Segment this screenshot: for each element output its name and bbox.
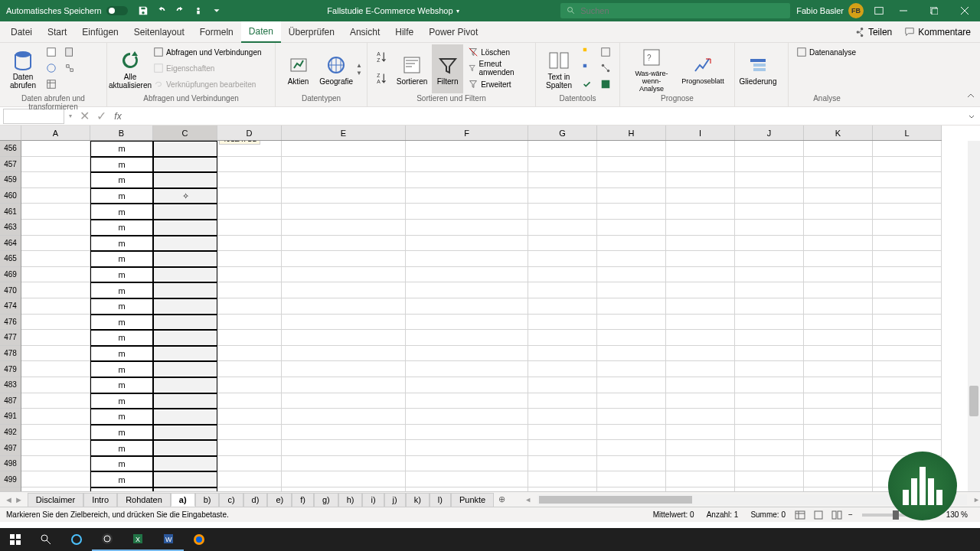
col-header-G[interactable]: G [528, 126, 597, 140]
cell[interactable] [804, 204, 873, 220]
cell[interactable] [666, 346, 735, 362]
cell[interactable] [597, 377, 666, 393]
from-table-button[interactable] [43, 77, 60, 92]
cell[interactable] [406, 172, 528, 188]
tab-start[interactable]: Start [40, 21, 74, 43]
cell[interactable] [873, 282, 942, 298]
cell[interactable] [153, 346, 217, 362]
search-taskbar-button[interactable] [31, 528, 61, 551]
row-header[interactable]: 456 [0, 141, 21, 157]
cell[interactable] [153, 141, 217, 157]
cell[interactable] [597, 236, 666, 252]
cell[interactable] [153, 425, 217, 441]
cell[interactable] [406, 471, 528, 487]
tab-überprüfen[interactable]: Überprüfen [281, 21, 342, 43]
cell[interactable]: m [90, 315, 153, 331]
cell[interactable] [873, 172, 942, 188]
cell[interactable] [528, 393, 597, 409]
cell[interactable] [873, 361, 942, 377]
cell[interactable] [597, 471, 666, 487]
sort-za-button[interactable]: ZA [372, 70, 392, 86]
user-area[interactable]: Fabio Basler FB [790, 3, 870, 18]
cell[interactable] [804, 157, 873, 173]
cell[interactable] [217, 188, 282, 204]
cell[interactable]: m [90, 330, 153, 346]
cell[interactable] [406, 188, 528, 204]
cell[interactable] [282, 409, 406, 425]
cell[interactable] [21, 425, 90, 441]
sheet-tab[interactable]: Disclaimer [28, 493, 83, 507]
manage-model-button[interactable] [597, 77, 614, 92]
cell[interactable] [21, 330, 90, 346]
cell[interactable] [153, 440, 217, 456]
cell[interactable] [153, 330, 217, 346]
col-header-L[interactable]: L [873, 126, 942, 140]
cell[interactable] [735, 267, 804, 283]
cell[interactable] [528, 282, 597, 298]
cell[interactable] [666, 361, 735, 377]
row-header[interactable]: 478 [0, 346, 21, 362]
col-header-H[interactable]: H [597, 126, 666, 140]
cell[interactable] [21, 471, 90, 487]
cell[interactable] [528, 251, 597, 267]
get-data-button[interactable]: Daten abrufen [5, 44, 41, 93]
fx-icon[interactable]: fx [110, 109, 126, 124]
cell[interactable] [153, 157, 217, 173]
cell[interactable] [153, 315, 217, 331]
add-sheet-button[interactable]: ⊕ [494, 494, 509, 504]
cell[interactable] [597, 440, 666, 456]
undo-icon[interactable] [152, 0, 171, 21]
cell[interactable]: m [90, 282, 153, 298]
filter-button[interactable]: Filtern [432, 44, 463, 93]
cell[interactable] [406, 330, 528, 346]
cell[interactable] [873, 204, 942, 220]
cell[interactable]: m [90, 267, 153, 283]
row-header[interactable]: 500 [0, 487, 21, 491]
cell[interactable] [804, 456, 873, 472]
cell[interactable] [666, 330, 735, 346]
sheet-tab[interactable]: f) [292, 493, 314, 507]
cell[interactable] [153, 251, 217, 267]
cell[interactable] [528, 409, 597, 425]
word-button[interactable]: W [153, 528, 184, 551]
cell[interactable] [735, 298, 804, 315]
cell[interactable] [528, 330, 597, 346]
row-header[interactable]: 470 [0, 282, 21, 298]
col-header-I[interactable]: I [666, 126, 735, 140]
cell[interactable] [153, 204, 217, 220]
tab-einfügen[interactable]: Einfügen [74, 21, 126, 43]
cell[interactable] [666, 251, 735, 267]
cell[interactable] [528, 172, 597, 188]
cell[interactable] [282, 377, 406, 393]
cell[interactable] [528, 487, 597, 491]
cell[interactable]: m [90, 141, 153, 157]
cell[interactable]: m [90, 487, 153, 491]
zoom-out-button[interactable]: − [845, 510, 856, 519]
cell[interactable] [406, 377, 528, 393]
cell[interactable] [528, 141, 597, 157]
column-headers[interactable]: ABCDEFGHIJKL [21, 126, 942, 141]
cell[interactable] [666, 393, 735, 409]
cell[interactable]: m [90, 456, 153, 472]
sort-az-button[interactable]: AZ [372, 49, 392, 64]
cell[interactable] [153, 471, 217, 487]
cell[interactable] [153, 409, 217, 425]
cell[interactable] [735, 330, 804, 346]
cell[interactable] [21, 440, 90, 456]
cell[interactable]: m [90, 172, 153, 188]
cell[interactable] [282, 298, 406, 315]
row-header[interactable]: 483 [0, 377, 21, 393]
cell[interactable] [735, 487, 804, 491]
cell[interactable] [735, 377, 804, 393]
cell[interactable] [282, 440, 406, 456]
hscroll-thumb[interactable] [539, 496, 692, 504]
sheet-tab[interactable]: a) [171, 493, 195, 507]
col-header-B[interactable]: B [90, 126, 153, 140]
row-header[interactable]: 479 [0, 361, 21, 377]
row-header[interactable]: 459 [0, 172, 21, 188]
cell[interactable] [735, 236, 804, 252]
cell[interactable] [217, 204, 282, 220]
cell[interactable] [597, 298, 666, 315]
col-header-A[interactable]: A [21, 126, 90, 140]
cell[interactable] [153, 298, 217, 315]
